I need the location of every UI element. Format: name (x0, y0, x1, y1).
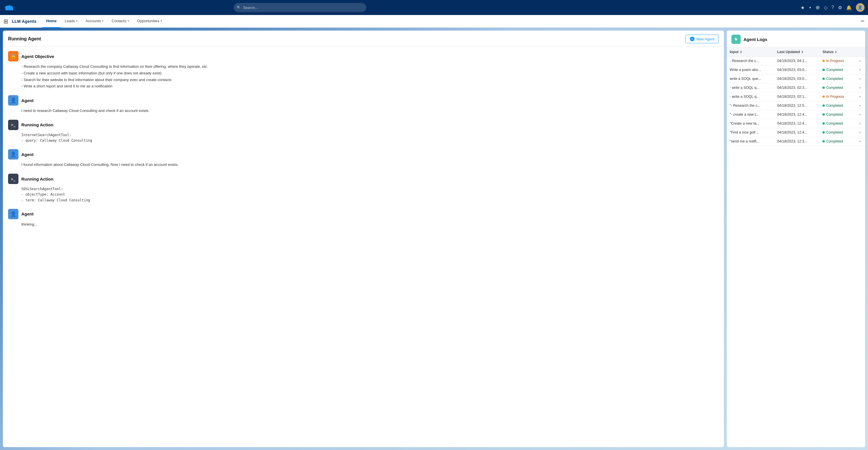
status-badge: Completed (823, 86, 843, 90)
tab-accounts-label: Accounts (86, 19, 101, 23)
new-agent-button[interactable]: + New Agent (686, 35, 719, 43)
tab-contacts[interactable]: Contacts ▾ (107, 15, 133, 28)
cell-action-1[interactable]: ▾ (857, 65, 865, 75)
agent3-header: 👤 Agent (8, 209, 719, 219)
row-expand-icon[interactable]: ▾ (859, 77, 861, 81)
running2-title: Running Action (21, 176, 53, 181)
row-expand-icon[interactable]: ▾ (859, 122, 861, 125)
row-expand-icon[interactable]: ▾ (859, 59, 861, 63)
running1-section: >_ Running Action InternetSearchAgentToo… (8, 120, 719, 143)
cell-status-2: Completed (819, 75, 857, 83)
main-nav-tabs: Home Leads ▾ Accounts ▾ Contacts ▾ Oppor… (42, 15, 166, 28)
app-header: ⊞ LLM Agents Home Leads ▾ Accounts ▾ Con… (0, 15, 868, 28)
agent3-body: thinking... (8, 222, 719, 228)
status-label: In Progress (826, 59, 844, 63)
agent3-title: Agent (21, 212, 34, 216)
row-expand-icon[interactable]: ▾ (859, 104, 861, 107)
avatar[interactable]: 👤 (856, 3, 865, 12)
row-expand-icon[interactable]: ▾ (859, 86, 861, 89)
add-icon[interactable]: ⊕ (815, 4, 820, 11)
agent3-section: 👤 Agent thinking... (8, 209, 719, 228)
table-row: - write a SOQL q... 04/18/2023, 02:1... … (727, 92, 865, 101)
tab-opportunities[interactable]: Opportunities ▾ (133, 15, 166, 28)
cell-action-3[interactable]: ▾ (857, 83, 865, 92)
status-badge: Completed (823, 77, 843, 81)
cell-input-5: "- Research the c... (727, 101, 774, 110)
grid-icon[interactable]: ⊞ (3, 18, 8, 25)
cell-action-6[interactable]: ▾ (857, 110, 865, 119)
tab-home[interactable]: Home (42, 15, 61, 28)
status-dot (823, 60, 825, 62)
row-expand-icon[interactable]: ▾ (859, 140, 861, 143)
salesforce-logo[interactable] (3, 1, 15, 14)
app-title: LLM Agents (12, 19, 36, 24)
cell-updated-0: 04/18/2023, 04:1... (774, 57, 819, 65)
table-row: "Find a nice golf ... 04/18/2023, 12:4..… (727, 128, 865, 137)
notifications-icon[interactable]: 🔔 (846, 5, 852, 10)
objective-line-2: - Create a new account with basic inform… (21, 71, 719, 77)
input-sort-icon[interactable]: ⇕ (740, 51, 742, 54)
running2-header: >_ Running Action (8, 174, 719, 184)
row-expand-icon[interactable]: ▾ (859, 113, 861, 116)
cell-action-9[interactable]: ▾ (857, 137, 865, 146)
status-label: Completed (826, 131, 843, 134)
running2-line-3: - term: Callaway Cloud Consulting (21, 198, 719, 203)
search-input[interactable] (234, 3, 366, 12)
objective-icon: 🔒 (8, 51, 19, 61)
agent-logs-header: Agent Logs (727, 31, 865, 48)
cell-action-2[interactable]: ▾ (857, 75, 865, 83)
agent-logs-title: Agent Logs (744, 37, 768, 42)
tab-leads[interactable]: Leads ▾ (61, 15, 81, 28)
cell-status-8: Completed (819, 128, 857, 137)
col-header-status[interactable]: Status ⇕ (819, 48, 857, 57)
table-row: - Research the c... 04/18/2023, 04:1... … (727, 57, 865, 65)
tab-opportunities-label: Opportunities (137, 19, 159, 23)
setup-icon[interactable]: ⚙ (838, 5, 842, 10)
row-expand-icon[interactable]: ▾ (859, 68, 861, 72)
cell-updated-8: 04/18/2023, 12:4... (774, 128, 819, 137)
cell-action-7[interactable]: ▾ (857, 119, 865, 128)
agent3-icon: 👤 (8, 209, 19, 219)
cell-action-4[interactable]: ▾ (857, 92, 865, 101)
row-expand-icon[interactable]: ▾ (859, 131, 861, 134)
objective-header: 🔒 Agent Objective (8, 51, 719, 61)
new-agent-label: New Agent (696, 37, 714, 41)
agent2-title: Agent (21, 152, 34, 157)
col-header-last-updated[interactable]: Last Updated ⇕ (774, 48, 819, 57)
status-sort-icon[interactable]: ⇕ (835, 51, 837, 54)
cell-action-5[interactable]: ▾ (857, 101, 865, 110)
running1-body: InternetSearchAgentTool: - query: Callaw… (8, 133, 719, 143)
favorites-icon[interactable]: ★ (801, 5, 805, 10)
row-expand-icon[interactable]: ▾ (859, 95, 861, 99)
running2-section: >_ Running Action SOSLSearchAgentTool: -… (8, 174, 719, 203)
cell-action-8[interactable]: ▾ (857, 128, 865, 137)
objective-title: Agent Objective (21, 54, 54, 59)
cell-input-0: - Research the c... (727, 57, 774, 65)
agent-logs-icon (732, 35, 741, 44)
favorites-dropdown-icon[interactable]: ▼ (809, 6, 811, 9)
status-label: In Progress (826, 94, 844, 99)
cell-updated-9: 04/18/2023, 12:3... (774, 137, 819, 146)
cell-status-9: Completed (819, 137, 857, 146)
new-agent-icon: + (690, 37, 694, 41)
last-updated-sort-icon[interactable]: ⇕ (801, 51, 803, 54)
setup-utility-icon[interactable]: ◇ (824, 5, 827, 10)
table-row: "send me a notifi... 04/18/2023, 12:3...… (727, 137, 865, 146)
tab-accounts[interactable]: Accounts ▾ (82, 15, 107, 28)
status-label: Completed (826, 68, 843, 72)
cell-action-0[interactable]: ▾ (857, 57, 865, 65)
cell-updated-3: 04/18/2023, 02:3... (774, 83, 819, 92)
status-dot (823, 87, 825, 89)
cell-updated-1: 04/18/2023, 03:0... (774, 65, 819, 75)
status-badge: Completed (823, 131, 843, 134)
status-badge: Completed (823, 113, 843, 116)
col-header-input[interactable]: Input ⇕ (727, 48, 774, 57)
status-label: Completed (826, 121, 843, 125)
agent-content: 🔒 Agent Objective - Research the company… (3, 47, 724, 447)
agent2-line-1: I found information about Callaway Cloud… (21, 162, 719, 168)
edit-tabs-icon[interactable]: ✏ (861, 19, 865, 24)
help-icon[interactable]: ? (831, 5, 834, 10)
status-dot (823, 78, 825, 80)
table-row: Write a poem abo... 04/18/2023, 03:0... … (727, 65, 865, 75)
running2-icon: >_ (8, 174, 19, 184)
